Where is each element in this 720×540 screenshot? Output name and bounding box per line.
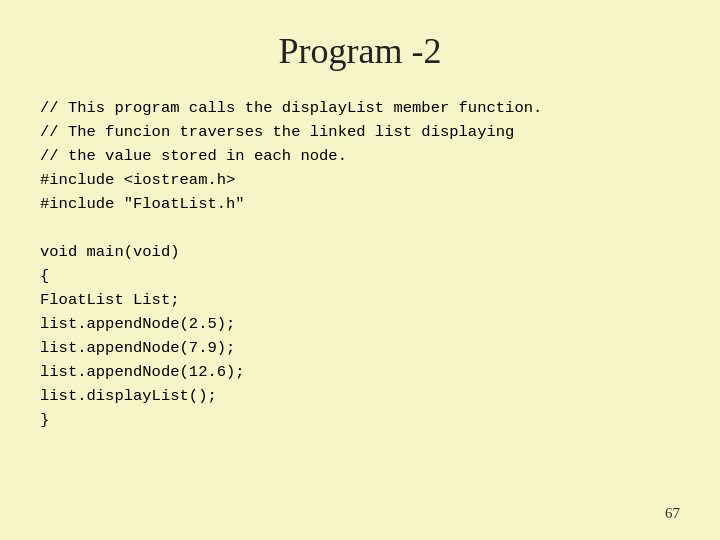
page-number: 67 — [665, 505, 680, 522]
slide: Program -2 // This program calls the dis… — [0, 0, 720, 540]
slide-title: Program -2 — [40, 30, 680, 72]
code-block: // This program calls the displayList me… — [40, 96, 680, 432]
